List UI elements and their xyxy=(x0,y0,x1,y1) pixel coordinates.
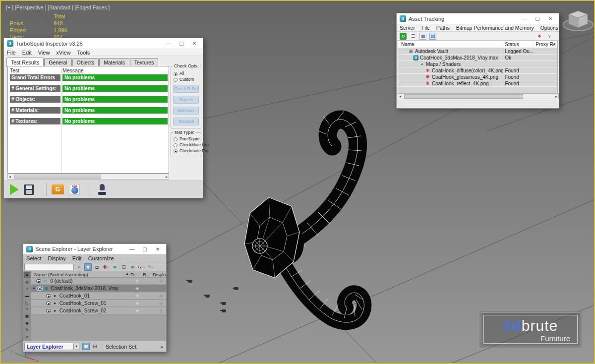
render-teapot-icon[interactable] xyxy=(234,287,238,290)
run-tests-icon[interactable] xyxy=(10,184,19,195)
object-row[interactable]: ● CoatHook_01 ✳ ◎ xyxy=(31,293,166,300)
scrollbar-thumb[interactable] xyxy=(14,175,101,179)
combo-dropdown-icon[interactable]: ▼ xyxy=(74,343,79,350)
textures-button[interactable]: Textures xyxy=(173,118,199,125)
column-header-p[interactable]: P xyxy=(555,42,557,47)
minimize-icon[interactable]: — xyxy=(125,244,138,254)
filter-containers-icon[interactable]: ◉ xyxy=(24,320,30,326)
menu-tools[interactable]: Tools xyxy=(77,50,90,56)
clear-search-icon[interactable]: ✕ xyxy=(75,263,83,271)
export-xml-icon[interactable]: xml xyxy=(70,184,80,195)
lock-icon[interactable]: ◘ xyxy=(93,263,101,271)
menu-xview[interactable]: xView xyxy=(56,50,70,56)
filter-bones-icon[interactable]: ✎ xyxy=(24,327,30,333)
freeze-layer-icon[interactable]: ✳● xyxy=(147,263,154,271)
save-icon[interactable] xyxy=(24,184,34,195)
scene-explorer-window[interactable]: 3 Scene Explorer - Layer Explorer — ▢ ✕ … xyxy=(23,243,167,352)
materials-button[interactable]: Materials xyxy=(173,107,199,115)
asset-row-maps[interactable]: ◕Maps / Shaders xyxy=(398,61,557,67)
display-icon[interactable]: ◎ xyxy=(159,308,163,313)
menu-edit[interactable]: Edit xyxy=(22,50,32,56)
freeze-icon[interactable]: ✳ xyxy=(135,308,139,313)
eye-icon[interactable] xyxy=(36,279,41,283)
table-row[interactable]: # Objects: No problems xyxy=(8,96,169,103)
layer-list-header[interactable]: Name (Sorted Ascending) ▲ Fr... R... Dis… xyxy=(31,271,166,278)
asset-tracking-window[interactable]: 3 Asset Tracking — ▢ ✕ Server File Paths… xyxy=(396,13,559,109)
close-icon[interactable]: ✕ xyxy=(188,39,201,49)
turbosquid-titlebar[interactable]: 3 TurboSquid Inspector v3.25 — ▢ ✕ xyxy=(4,38,203,49)
menu-customize[interactable]: Customize xyxy=(88,255,114,261)
filter-lights-icon[interactable]: ⚬ xyxy=(24,286,30,292)
close-icon[interactable]: ✕ xyxy=(151,244,164,254)
horizontal-scrollbar[interactable]: ◂ ▸ xyxy=(7,174,169,180)
table-view-icon[interactable]: ▤ xyxy=(429,33,436,40)
render-teapot-icon[interactable] xyxy=(222,302,226,305)
refresh-icon[interactable]: ↻ xyxy=(400,33,407,40)
hierarchy-mode-icon[interactable]: ⊟ xyxy=(91,343,99,350)
layer-list[interactable]: Name (Sorted Ascending) ▲ Fr... R... Dis… xyxy=(31,271,166,341)
menu-options[interactable]: Options xyxy=(540,25,558,31)
footer-chevrons[interactable]: » xyxy=(160,344,163,350)
eye-icon[interactable] xyxy=(37,287,42,290)
asset-tracking-titlebar[interactable]: 3 Asset Tracking — ▢ ✕ xyxy=(397,13,559,24)
add-to-layer-icon[interactable]: ≋ xyxy=(111,263,119,271)
column-header-render[interactable]: R... xyxy=(143,272,150,277)
add-layer-icon[interactable]: ✚● xyxy=(102,263,110,271)
column-header-status[interactable]: Status xyxy=(503,42,534,47)
rail-more-chevrons[interactable]: » xyxy=(24,334,30,340)
select-layer-icon[interactable]: ≋ xyxy=(129,263,136,271)
column-header-display[interactable]: Displa... xyxy=(153,272,170,277)
scroll-left-icon[interactable]: ◂ xyxy=(398,94,401,99)
eye-icon[interactable] xyxy=(46,309,51,312)
scroll-left-icon[interactable]: ◂ xyxy=(8,175,11,179)
filter-geometry-icon[interactable]: ● xyxy=(24,272,30,278)
viewport-label[interactable]: [+ ] [Perspective ] [Standard ] [Edged F… xyxy=(6,4,110,10)
display-icon[interactable]: ◎ xyxy=(159,286,163,291)
filter-shapes-icon[interactable]: ◍ xyxy=(24,279,30,285)
asset-row-maxfile[interactable]: 3CoatHook_3dsMax-2018_Vray.max Ok xyxy=(398,55,557,61)
column-header-proxy[interactable]: Proxy Reso... xyxy=(534,42,555,47)
filter-groups-icon[interactable]: ▣ xyxy=(24,313,30,319)
thumbnail-view-icon[interactable]: ▦ xyxy=(419,33,426,40)
display-icon[interactable]: ◎ xyxy=(159,279,163,284)
asset-row-bitmap[interactable]: ❋CoatHook_reflect_4K.png Found xyxy=(398,80,557,87)
freeze-icon[interactable]: ✳ xyxy=(135,301,139,306)
menu-bitmap-performance[interactable]: Bitmap Performance and Memory xyxy=(456,25,534,31)
radio-custom[interactable]: Custom xyxy=(174,77,199,82)
maximize-icon[interactable]: ▢ xyxy=(138,244,151,254)
asset-row-vault[interactable]: ▣Autodesk Vault Logged Ou... xyxy=(398,48,557,55)
filter-funnel-icon[interactable]: ▼ xyxy=(84,263,92,271)
table-row[interactable]: # Textures: No problems xyxy=(8,118,169,124)
minimize-icon[interactable]: — xyxy=(162,39,175,49)
search-input[interactable] xyxy=(24,264,74,270)
scrollbar-thumb[interactable] xyxy=(404,94,523,99)
coathook-wireframe-model[interactable] xyxy=(204,93,403,341)
column-header-name[interactable]: Name (Sorted Ascending) xyxy=(34,272,88,277)
radio-all[interactable]: All xyxy=(174,71,199,76)
column-header-test[interactable]: Test xyxy=(10,67,19,73)
expand-arrow-icon[interactable]: ▼ xyxy=(32,287,36,290)
scroll-right-icon[interactable]: ▸ xyxy=(555,94,558,99)
render-teapot-icon[interactable] xyxy=(222,309,226,312)
menu-display[interactable]: Display xyxy=(48,255,66,261)
filter-spacewarps-icon[interactable]: ≈ xyxy=(24,306,30,312)
table-row[interactable]: # General Settings: No problems xyxy=(8,85,169,92)
menu-edit[interactable]: Edit xyxy=(72,255,82,261)
asset-table[interactable]: Name Status Proxy Reso... P ▣Autodesk Va… xyxy=(398,41,558,93)
open-max-scene-icon[interactable]: G xyxy=(52,184,64,194)
scene-explorer-titlebar[interactable]: 3 Scene Explorer - Layer Explorer — ▢ ✕ xyxy=(23,244,166,254)
layer-row-default[interactable]: ≋ 0 (default) ✳ ◎ xyxy=(31,278,166,285)
turbosquid-inspector-window[interactable]: 3 TurboSquid Inspector v3.25 — ▢ ✕ File … xyxy=(3,38,203,198)
table-row[interactable]: # Materials: No problems xyxy=(8,107,169,114)
render-teapot-icon[interactable] xyxy=(205,295,210,298)
freeze-icon[interactable]: ✳ xyxy=(135,279,139,284)
close-icon[interactable]: ✕ xyxy=(544,14,557,24)
display-icon[interactable]: ◎ xyxy=(159,301,163,306)
menu-file[interactable]: File xyxy=(7,50,16,56)
objects-button[interactable]: Objects xyxy=(173,96,199,104)
radio-checkmate-pro[interactable]: Checkmate Pro xyxy=(174,148,199,153)
asset-row-bitmap[interactable]: ❋CoatHook_diffuse(color)_4K.png Found xyxy=(398,67,557,74)
object-row[interactable]: ● CoatHook_Screw_01 ✳ ◎ xyxy=(31,300,166,307)
column-header-frozen[interactable]: Fr... xyxy=(130,272,138,277)
menu-view[interactable]: View xyxy=(38,50,50,56)
